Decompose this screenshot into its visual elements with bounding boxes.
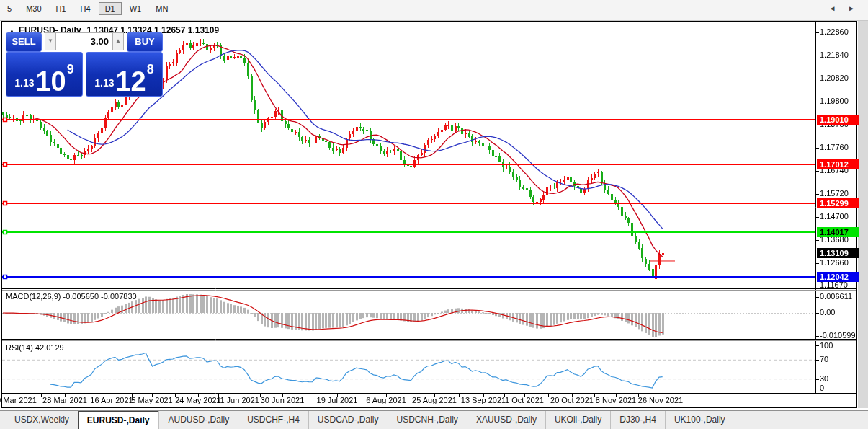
timeframe-button-mn[interactable]: MN <box>149 2 174 15</box>
timeframe-button-m30[interactable]: M30 <box>19 2 48 15</box>
price-axis-tick: 1.17760 <box>820 143 862 152</box>
bid-quote-box[interactable]: 1.13 10 9 <box>6 52 83 97</box>
hline-price-tag[interactable]: 1.19010 <box>817 115 859 125</box>
symbol-tab-xauusd-[interactable]: XAUUSD-,Daily <box>467 411 545 429</box>
volume-decrease-icon[interactable]: ▼ <box>45 32 56 50</box>
symbol-tab-usdcad-[interactable]: USDCAD-,Daily <box>308 411 388 429</box>
bid-price-big: 10 <box>35 68 66 94</box>
timeframe-button-w1[interactable]: W1 <box>123 2 148 15</box>
one-click-trading-panel: SELL ▼ 3.00 ▲ BUY 1.13 10 9 1.13 12 8 <box>6 32 163 97</box>
symbol-tab-usdchf-[interactable]: USDCHF-,H4 <box>238 411 308 429</box>
macd-axis-tick: -0.010599 <box>820 331 862 340</box>
timeframe-toolbar: 5M30H1H4D1W1MN <box>0 0 868 21</box>
timeframe-button-5[interactable]: 5 <box>1 2 18 15</box>
price-axis-tick: 1.21840 <box>820 50 862 60</box>
date-axis-label: 30 Jun 2021 <box>252 396 313 404</box>
volume-increase-icon[interactable]: ▲ <box>112 32 124 50</box>
rsi-axis-tick: 70 <box>820 355 862 364</box>
ask-price-prefix: 1.13 <box>94 77 114 89</box>
price-axis-tick: 1.20820 <box>820 74 862 83</box>
symbol-tab-ukoil-[interactable]: UKOil-,Daily <box>545 411 610 429</box>
tab-scroll-arrows: ◄ ► <box>818 4 855 12</box>
symbol-tab-usdx[interactable]: USDX,Weekly <box>6 411 78 429</box>
timeframe-button-h4[interactable]: H4 <box>74 2 97 15</box>
ask-price-big: 12 <box>115 68 146 94</box>
macd-axis-tick: 0.006611 <box>820 292 862 301</box>
hline-price-tag[interactable]: 1.17012 <box>817 159 859 169</box>
rsi-indicator-label: RSI(14) 42.0129 <box>6 343 64 352</box>
macd-indicator-label: MACD(12,26,9) -0.005650 -0.007830 <box>6 292 137 301</box>
hline-price-tag[interactable]: 1.12042 <box>817 272 859 282</box>
volume-input[interactable]: 3.00 <box>56 32 112 50</box>
rsi-axis-tick: 0 <box>820 384 862 393</box>
symbol-tab-usdcnh-[interactable]: USDCNH-,Daily <box>388 411 467 429</box>
macd-axis-tick: 0.00 <box>820 308 862 317</box>
bid-price-prefix: 1.13 <box>14 77 34 89</box>
sell-button[interactable]: SELL <box>6 32 42 52</box>
rsi-axis-tick: 30 <box>820 374 862 384</box>
bid-price-sup: 9 <box>67 62 74 77</box>
trading-platform-window: { "window": { "title_arrow": "▲", "title… <box>0 0 868 429</box>
tab-scroll-right-icon[interactable]: ► <box>848 4 855 12</box>
current-price-tag: 1.13109 <box>817 248 859 258</box>
price-axis-tick: 1.14700 <box>820 212 862 221</box>
date-axis-label: 26 Nov 2021 <box>630 396 691 404</box>
buy-button[interactable]: BUY <box>127 32 163 52</box>
toolbar-divider <box>166 0 166 19</box>
timeframe-button-d1[interactable]: D1 <box>99 2 122 15</box>
ask-price-sup: 8 <box>147 62 154 77</box>
symbol-tab-eurusd-[interactable]: EURUSD-,Daily <box>78 411 159 429</box>
price-axis-tick: 1.22860 <box>820 27 862 37</box>
chart-tab-bar: USDX,WeeklyEURUSD-,DailyAUDUSD-,DailyUSD… <box>0 410 868 429</box>
symbol-tab-dj30-[interactable]: DJ30-,H4 <box>610 411 665 429</box>
symbol-tab-audusd-[interactable]: AUDUSD-,Daily <box>158 411 238 429</box>
ask-quote-box[interactable]: 1.13 12 8 <box>86 52 163 97</box>
rsi-axis-tick: 100 <box>820 341 862 350</box>
price-axis-tick: 1.19800 <box>820 97 862 106</box>
price-axis-tick: 1.15720 <box>820 189 862 198</box>
timeframe-button-h1[interactable]: H1 <box>50 2 73 15</box>
tab-scroll-left-icon[interactable]: ◄ <box>828 4 836 12</box>
price-axis-tick: 1.12660 <box>820 258 862 267</box>
symbol-tab-uk100-[interactable]: UK100-,Daily <box>665 411 734 429</box>
volume-stepper: ▼ 3.00 ▲ <box>45 32 124 50</box>
hline-price-tag[interactable]: 1.15299 <box>817 198 859 208</box>
hline-price-tag[interactable]: 1.14017 <box>817 227 859 237</box>
